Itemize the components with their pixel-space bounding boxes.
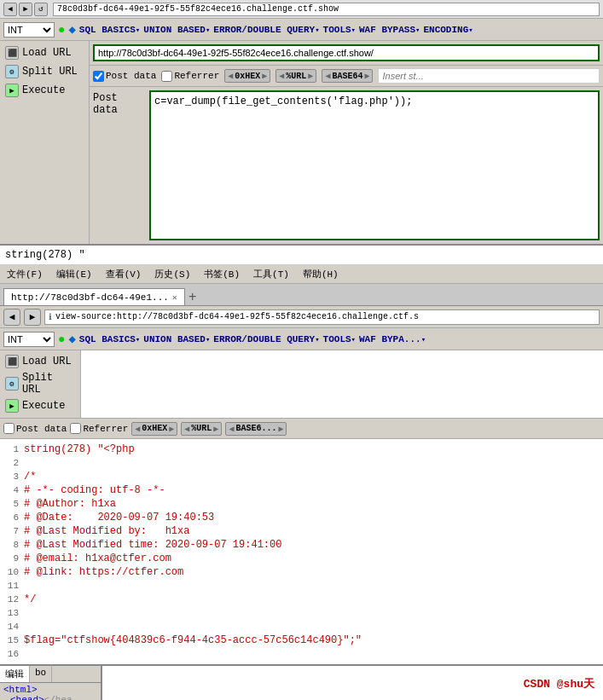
html-tree: <html> <head></hea <body>strin </html> bbox=[0, 683, 101, 700]
line-content: # @Last Modified by: h1xa bbox=[24, 524, 603, 538]
error-double-query-menu[interactable]: ERROR/DOUBLE QUERY bbox=[213, 25, 319, 35]
inner-address-bar[interactable]: ℹ view-source:http://78c0d3bf-dc64-49e1-… bbox=[44, 310, 600, 325]
inner-sql-basics[interactable]: SQL BASICS bbox=[79, 334, 140, 344]
base64-arrow-right: ▶ bbox=[364, 71, 369, 81]
line-content: # @email: h1xa@ctfer.com bbox=[24, 552, 603, 565]
hex-encode-button[interactable]: ◀ 0xHEX ▶ bbox=[224, 69, 270, 83]
refresh-button[interactable]: ↺ bbox=[34, 3, 48, 16]
line-number: 3 bbox=[0, 470, 24, 483]
inner-error-query[interactable]: ERROR/DOUBLE QUERY bbox=[213, 334, 319, 344]
encoding-menu[interactable]: ENCODING bbox=[423, 25, 473, 35]
url-label: %URL bbox=[284, 72, 308, 81]
code-line: 16 bbox=[0, 647, 603, 661]
code-line: 9# @email: h1xa@ctfer.com bbox=[0, 552, 603, 565]
post-data-checkbox-label[interactable]: Post data bbox=[93, 71, 156, 82]
code-line: 8# @Last Modified time: 2020-09-07 19:41… bbox=[0, 538, 603, 552]
code-line: 11 bbox=[0, 579, 603, 593]
inner-base64-button[interactable]: ◀ BASE6... ▶ bbox=[225, 422, 287, 436]
inner-browser: 文件(F) 编辑(E) 查看(V) 历史(S) 书签(B) 工具(T) 帮助(H… bbox=[0, 265, 603, 664]
left-panel: ⬛ Load URL ⚙ Split URL ▶ Execute bbox=[0, 41, 90, 244]
inner-url-text: view-source:http://78c0d3bf-dc64-49e1-92… bbox=[55, 312, 419, 321]
inner-referrer-checkbox-label[interactable]: Referrer bbox=[70, 423, 128, 434]
split-url-button[interactable]: ⚙ Split URL bbox=[2, 63, 87, 80]
tree-html: <html> bbox=[3, 685, 97, 695]
inner-forward-button[interactable]: ▶ bbox=[24, 309, 41, 326]
post-data-textarea[interactable] bbox=[149, 90, 600, 240]
url-input[interactable] bbox=[93, 44, 600, 61]
menu-tools[interactable]: 工具(T) bbox=[253, 268, 289, 281]
result-header-text: string(278) " bbox=[5, 249, 85, 261]
inner-tab-active[interactable]: http://78c0d3bf-dc64-49e1... ✕ bbox=[3, 288, 185, 305]
inner-post-checkbox-label[interactable]: Post data bbox=[3, 423, 67, 434]
load-url-button[interactable]: ⬛ Load URL bbox=[2, 44, 87, 61]
hex-label: 0xHEX bbox=[233, 72, 262, 81]
line-content: # @link: https://ctfer.com bbox=[24, 565, 603, 579]
line-number: 10 bbox=[0, 565, 24, 579]
inner-left-panel: ⬛ Load URL ⚙ Split URL ▶ Execute bbox=[0, 350, 81, 418]
inner-hex-arrow-right: ▶ bbox=[169, 424, 174, 434]
referrer-label: Referrer bbox=[174, 71, 219, 81]
browser-top-bar: ◀ ▶ ↺ 78c0d3bf-dc64-49e1-92f5-55f82c4ece… bbox=[0, 0, 603, 19]
menu-bookmarks[interactable]: 书签(B) bbox=[204, 268, 240, 281]
inner-menu-bar: 文件(F) 编辑(E) 查看(V) 历史(S) 书签(B) 工具(T) 帮助(H… bbox=[0, 265, 603, 284]
inner-waf-bypass[interactable]: WAF BYPA... bbox=[359, 334, 426, 344]
post-data-checkbox[interactable] bbox=[93, 71, 104, 82]
insert-string-input[interactable] bbox=[378, 68, 600, 84]
line-content: # @Author: h1xa bbox=[24, 497, 603, 511]
inner-tab-label: http://78c0d3bf-dc64-49e1... bbox=[11, 292, 169, 303]
line-content: $flag="ctfshow{404839c6-f944-4c35-accc-5… bbox=[24, 633, 603, 647]
code-line: 12*/ bbox=[0, 593, 603, 606]
post-data-area: Post data bbox=[90, 87, 603, 244]
inner-execute-icon: ▶ bbox=[5, 399, 19, 413]
inner-split-url-button[interactable]: ⚙ Split URL bbox=[2, 370, 78, 397]
execute-button[interactable]: ▶ Execute bbox=[2, 82, 87, 99]
inner-referrer-checkbox[interactable] bbox=[70, 423, 81, 434]
forward-button[interactable]: ▶ bbox=[19, 3, 32, 16]
inner-hex-button[interactable]: ◀ 0xHEX ▶ bbox=[131, 422, 177, 436]
referrer-checkbox[interactable] bbox=[161, 71, 172, 82]
menu-file[interactable]: 文件(F) bbox=[7, 268, 43, 281]
tab-close-icon[interactable]: ✕ bbox=[172, 292, 177, 303]
inner-post-toolbar: Post data Referrer ◀ 0xHEX ▶ ◀ %URL ▶ ◀ … bbox=[0, 419, 603, 439]
edit-tab[interactable]: 编辑 bbox=[0, 666, 30, 682]
inner-int-select[interactable]: INT bbox=[3, 332, 55, 347]
sql-basics-menu[interactable]: SQL BASICS bbox=[79, 25, 140, 35]
inner-url-button[interactable]: ◀ %URL ▶ bbox=[181, 422, 222, 436]
green-dot-icon: ● bbox=[58, 23, 65, 37]
union-based-menu[interactable]: UNION BASED bbox=[143, 25, 210, 35]
inner-back-button[interactable]: ◀ bbox=[3, 309, 20, 326]
add-tab-button[interactable]: + bbox=[185, 290, 200, 304]
inner-blue-dot: ◆ bbox=[68, 332, 75, 346]
inner-load-url-button[interactable]: ⬛ Load URL bbox=[2, 353, 78, 370]
inner-execute-label: Execute bbox=[22, 400, 65, 412]
execute-icon: ▶ bbox=[5, 84, 19, 97]
main-area: ⬛ Load URL ⚙ Split URL ▶ Execute Post d bbox=[0, 41, 603, 664]
line-number: 1 bbox=[0, 443, 24, 456]
url-arrow-right: ▶ bbox=[308, 71, 313, 81]
base64-encode-button[interactable]: ◀ BASE64 ▶ bbox=[322, 69, 373, 83]
inner-execute-button[interactable]: ▶ Execute bbox=[2, 397, 78, 414]
menu-view[interactable]: 查看(V) bbox=[106, 268, 142, 281]
url-encode-button[interactable]: ◀ %URL ▶ bbox=[275, 69, 316, 83]
menu-help[interactable]: 帮助(H) bbox=[303, 268, 339, 281]
menu-history[interactable]: 历史(S) bbox=[154, 268, 190, 281]
menu-edit[interactable]: 编辑(E) bbox=[56, 268, 92, 281]
inner-tools[interactable]: TOOLS bbox=[323, 334, 356, 344]
inner-post-checkbox[interactable] bbox=[3, 423, 14, 434]
tree-head: <head></hea bbox=[3, 695, 97, 700]
line-number: 11 bbox=[0, 579, 24, 593]
inner-union-based[interactable]: UNION BASED bbox=[143, 334, 210, 344]
bottom-section: 编辑 bo <html> <head></hea <body>strin </h… bbox=[0, 664, 603, 700]
split-url-label: Split URL bbox=[22, 66, 78, 78]
main-toolbar: INT ● ◆ SQL BASICS UNION BASED ERROR/DOU… bbox=[0, 19, 603, 41]
inner-url-arrow-right: ▶ bbox=[213, 424, 218, 434]
referrer-checkbox-label[interactable]: Referrer bbox=[161, 71, 219, 82]
load-url-icon: ⬛ bbox=[5, 46, 19, 60]
tools-menu[interactable]: TOOLS bbox=[323, 25, 356, 35]
top-address-bar[interactable]: 78c0d3bf-dc64-49e1-92f5-55f82c4ece16.cha… bbox=[53, 3, 600, 16]
waf-bypass-menu[interactable]: WAF BYPASS bbox=[359, 25, 420, 35]
bo-tab[interactable]: bo bbox=[30, 666, 52, 682]
int-select[interactable]: INT bbox=[3, 22, 55, 38]
back-button[interactable]: ◀ bbox=[3, 3, 17, 16]
line-content: # @Date: 2020-09-07 19:40:53 bbox=[24, 511, 603, 524]
